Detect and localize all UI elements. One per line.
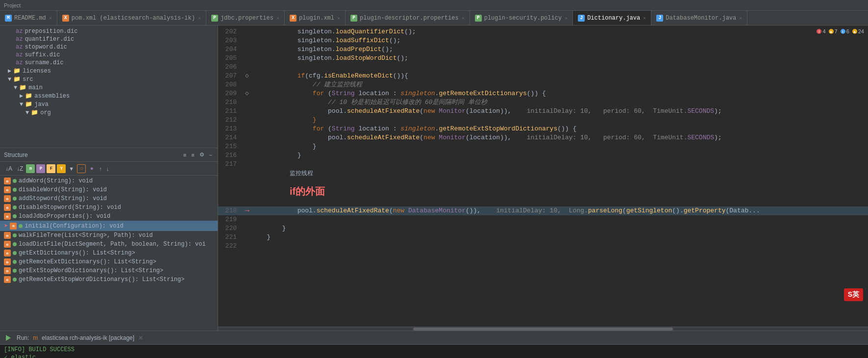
method-icon-getremoteext: m <box>4 258 11 265</box>
plugin-desc-icon: P <box>350 15 357 22</box>
filter-funnel-btn[interactable]: ▼ <box>67 165 75 172</box>
run-button[interactable] <box>4 333 13 342</box>
vis-getremotest <box>13 278 17 281</box>
tab-close-readme[interactable]: ✕ <box>49 15 52 21</box>
run-icon: m <box>33 334 38 341</box>
structure-sort-btn[interactable]: ≡ <box>182 152 188 158</box>
jdbc-icon: P <box>211 15 218 22</box>
structure-group-btn[interactable]: ≡ <box>190 152 196 158</box>
structure-header: Structure ≡ ≡ ⚙ − <box>0 148 218 162</box>
code-line-222: 222 <box>218 242 868 251</box>
tree-suffix[interactable]: az suffix.dic <box>0 51 218 59</box>
tree-quantifier[interactable]: az quantifier.dic <box>0 35 218 43</box>
method-icon-initial: m <box>10 223 17 230</box>
filter-down-btn[interactable]: ↓ <box>105 165 111 172</box>
tab-close-plugin-desc[interactable]: ✕ <box>462 15 465 21</box>
tab-dictionary[interactable]: J Dictionary.java ✕ <box>573 11 651 26</box>
tab-close-plugin[interactable]: ✕ <box>337 15 340 21</box>
tab-readme[interactable]: M README.md ✕ <box>0 11 57 26</box>
structure-toolbar: ≡ ≡ ⚙ − <box>182 151 214 158</box>
run-tab-close[interactable]: ✕ <box>138 334 143 341</box>
code-line-215: 215 } <box>218 142 868 151</box>
method-getremotest[interactable]: m getRemoteExtStopWordDictionarys(): Lis… <box>0 275 218 284</box>
tree-src[interactable]: ▼ 📁 src <box>0 75 218 83</box>
method-icon-getextstop: m <box>4 267 11 274</box>
plugin-icon: X <box>290 15 297 22</box>
filter-dot-btn[interactable]: ● <box>87 164 96 173</box>
method-getremoteext[interactable]: m getRemoteExtDictionarys(): List<String… <box>0 257 218 266</box>
chevron-down-icon-main: ▼ <box>14 84 17 91</box>
tree-stopword[interactable]: az stopword.dic <box>0 43 218 51</box>
tab-plugin-desc[interactable]: P plugin-descriptor.properties ✕ <box>346 11 470 26</box>
console-line-2: ✓ elastic... <box>4 354 864 358</box>
method-getextstop[interactable]: m getExtStopWordDictionarys(): List<Stri… <box>0 266 218 275</box>
method-getextdict[interactable]: m getExtDictionarys(): List<String> <box>0 249 218 257</box>
filter-circle-btn[interactable]: ○ <box>77 164 86 173</box>
structure-close-btn[interactable]: − <box>208 152 214 158</box>
vis-getextstop <box>13 269 17 273</box>
structure-settings-btn[interactable]: ⚙ <box>198 151 206 158</box>
chevron-right-icon-assemblies: ▶ <box>20 92 23 100</box>
tree-surname[interactable]: az surname.dic <box>0 59 218 67</box>
arrow-indicator: ➤ <box>4 222 8 230</box>
filter-yellow-btn[interactable]: Y <box>57 164 66 173</box>
filter-orange-btn[interactable]: F <box>47 164 55 173</box>
code-line-210: 210 // 10 秒是初始延迟可以修改的 60是间隔时间 单位秒 <box>218 98 868 107</box>
tree-licenses[interactable]: ▶ 📁 licenses <box>0 67 218 75</box>
tab-close-jdbc[interactable]: ✕ <box>276 15 279 21</box>
method-addstopword[interactable]: m addStopword(String): void <box>0 194 218 203</box>
code-area: ! 4 ▲ 7 i 6 ▲ 24 202 singleton.l <box>218 26 868 331</box>
code-line-213: 213 for (String location : singleton.get… <box>218 125 868 133</box>
tab-jdbc[interactable]: P jdbc.properties ✕ <box>206 11 285 26</box>
vis-loaddictfile <box>13 242 17 246</box>
tab-dbmonitor[interactable]: J DatabaseMonitor.java ✕ <box>651 11 747 26</box>
tree-assemblies[interactable]: ▶ 📁 assemblies <box>0 92 218 100</box>
filter-up-btn[interactable]: ↑ <box>98 165 103 172</box>
sort-alpha-btn[interactable]: ↓A <box>4 165 14 173</box>
tree-java[interactable]: ▼ 📁 java <box>0 100 218 108</box>
console-line-1: [INFO] BUILD SUCCESS <box>4 346 864 354</box>
method-initial[interactable]: ➤ m initial(Configuration): void <box>0 221 218 231</box>
method-disablestopword[interactable]: m disableStopword(String): void <box>0 203 218 212</box>
tab-close-dictionary[interactable]: ✕ <box>643 15 646 21</box>
code-line-214: 214 pool.scheduleAtFixedRate(new Monitor… <box>218 133 868 142</box>
method-loadjdbc[interactable]: m loadJdbcProperties(): void <box>0 212 218 221</box>
code-line-203: 203 singleton.loadSuffixDict(); <box>218 36 868 45</box>
tab-plugin-sec[interactable]: P plugin-security.policy ✕ <box>470 11 573 26</box>
filter-purple-btn[interactable]: P <box>36 164 45 173</box>
code-line-211: 211 pool.scheduleAtFixedRate(new Monitor… <box>218 107 868 116</box>
tab-plugin[interactable]: X plugin.xml ✕ <box>285 11 346 26</box>
tree-org[interactable]: ▼ 📁 org <box>0 108 218 117</box>
tree-main[interactable]: ▼ 📁 main <box>0 83 218 92</box>
method-addword[interactable]: m addWord(String): void <box>0 177 218 185</box>
tab-close-plugin-sec[interactable]: ✕ <box>565 15 568 21</box>
folder-icon-org: 📁 <box>31 109 38 116</box>
sort-z-btn[interactable]: ↓Z <box>15 165 25 173</box>
plugin-sec-icon: P <box>475 15 482 22</box>
tab-pom[interactable]: X pom.xml (elasticsearch-analysis-ik) ✕ <box>57 11 206 26</box>
method-walkfiletree[interactable]: m walkFileTree(List<String>, Path): void <box>0 231 218 240</box>
scrollbar-thumb[interactable] <box>413 328 673 331</box>
code-line-219: 219 <box>218 215 868 224</box>
folder-icon-assemblies: 📁 <box>25 92 32 100</box>
code-line-204: 204 singleton.loadPrepDict(); <box>218 45 868 54</box>
filter-green-btn[interactable]: m <box>26 164 35 173</box>
window-title: Project <box>4 2 21 8</box>
method-disableword[interactable]: m disableWord(String): void <box>0 185 218 194</box>
tab-close-pom[interactable]: ✕ <box>198 15 201 21</box>
run-tab-name[interactable]: elasticsea rch-analysis-ik [package] <box>42 334 134 341</box>
folder-icon-src: 📁 <box>13 76 21 83</box>
tree-preposition[interactable]: az preposition.dic <box>0 27 218 35</box>
vis-disablestopword <box>13 205 17 209</box>
method-icon-getextdict: m <box>4 250 11 256</box>
code-scrollbar[interactable] <box>218 327 868 331</box>
structure-title: Structure <box>4 152 28 158</box>
code-line-212: 212 } <box>218 116 868 125</box>
method-icon-loadjdbc: m <box>4 213 11 220</box>
vis-disableword <box>13 188 17 192</box>
code-editor[interactable]: 202 singleton.loadQuantifierDict(); 203 … <box>218 26 868 327</box>
tab-close-dbmonitor[interactable]: ✕ <box>739 15 742 21</box>
run-label: Run: <box>17 334 29 341</box>
method-loaddictfile[interactable]: m loadDictFile(DictSegment, Path, boolea… <box>0 240 218 249</box>
code-line-205: 205 singleton.loadStopWordDict(); <box>218 54 868 63</box>
